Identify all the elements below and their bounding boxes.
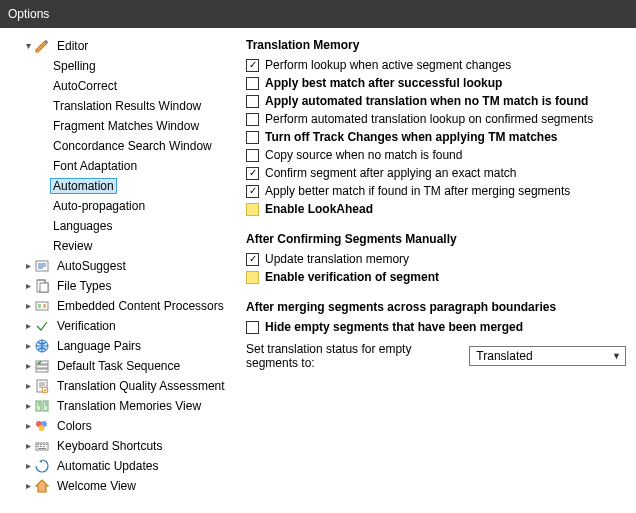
chevron-right-icon[interactable]: ▸ [22,301,34,311]
option-bestmatch[interactable]: Apply best match after successful lookup [246,76,626,90]
combo-value: Translated [476,349,532,363]
keyboard-icon [34,438,50,454]
svg-rect-7 [36,361,48,364]
option-lookup[interactable]: Perform lookup when active segment chang… [246,58,626,72]
home-icon [34,478,50,494]
tree-item-langpairs[interactable]: ▸Language Pairs [4,336,238,356]
tree-item-verify[interactable]: ▸Verification [4,316,238,336]
chevron-right-icon[interactable]: ▸ [22,321,34,331]
checkbox[interactable] [246,321,259,334]
tree-item-label: Embedded Content Processors [54,298,227,314]
option-lookahead[interactable]: Enable LookAhead [246,202,626,216]
chevron-right-icon[interactable]: ▸ [22,461,34,471]
tree-item-fmw[interactable]: ▸Fragment Matches Window [4,116,238,136]
settings-panel: Translation MemoryPerform lookup when ac… [238,28,636,513]
option-turnofftc[interactable]: Turn off Track Changes when applying TM … [246,130,626,144]
tree-item-fontadapt[interactable]: ▸Font Adaptation [4,156,238,176]
tree-item-review[interactable]: ▸Review [4,236,238,256]
option-copysource[interactable]: Copy source when no match is found [246,148,626,162]
option-hideempty[interactable]: Hide empty segments that have been merge… [246,320,626,334]
status-combobox[interactable]: Translated▼ [469,346,626,366]
tree-item-tmv[interactable]: ▸Translation Memories View [4,396,238,416]
window-title: Options [8,7,49,21]
chevron-right-icon[interactable]: ▸ [22,281,34,291]
svg-rect-22 [46,444,47,445]
tree-item-trw[interactable]: ▸Translation Results Window [4,96,238,116]
tree-item-autoprop[interactable]: ▸Auto-propagation [4,196,238,216]
updates-icon [34,458,50,474]
checkbox[interactable] [246,113,259,126]
tree-item-label: File Types [54,278,114,294]
option-label: Apply better match if found in TM after … [265,184,570,198]
section-title: After Confirming Segments Manually [246,232,626,246]
nav-tree[interactable]: ▾Editor▸Spelling▸AutoCorrect▸Translation… [0,28,238,513]
chevron-right-icon[interactable]: ▸ [22,381,34,391]
chevron-right-icon[interactable]: ▸ [22,401,34,411]
option-label: Confirm segment after applying an exact … [265,166,516,180]
tree-item-label: Auto-propagation [50,198,148,214]
tree-item-spelling[interactable]: ▸Spelling [4,56,238,76]
chevron-right-icon[interactable]: ▸ [22,481,34,491]
chevron-right-icon[interactable]: ▸ [22,421,34,431]
tree-item-editor[interactable]: ▾Editor [4,36,238,56]
checkbox[interactable] [246,253,259,266]
option-enableverif[interactable]: Enable verification of segment [246,270,626,284]
tree-item-kbshort[interactable]: ▸Keyboard Shortcuts [4,436,238,456]
checkbox[interactable] [246,167,259,180]
autosuggest-icon [34,258,50,274]
checkbox[interactable] [246,131,259,144]
svg-rect-20 [40,444,42,445]
tree-item-dts[interactable]: ▸Default Task Sequence [4,356,238,376]
tree-item-autocorrect[interactable]: ▸AutoCorrect [4,76,238,96]
tree-item-filetypes[interactable]: ▸File Types [4,276,238,296]
chevron-down-icon[interactable]: ▾ [22,41,34,51]
tree-item-languages[interactable]: ▸Languages [4,216,238,236]
pencil-icon [34,38,50,54]
tree-item-label: Default Task Sequence [54,358,183,374]
chevron-down-icon: ▼ [612,351,621,361]
svg-rect-23 [37,446,39,447]
tree-item-automation[interactable]: ▸Automation [4,176,238,196]
tree-item-label: Languages [50,218,115,234]
checkbox[interactable] [246,185,259,198]
tree-item-label: Editor [54,38,91,54]
tree-item-colors[interactable]: ▸Colors [4,416,238,436]
svg-rect-2 [40,283,48,292]
tree-item-label: Verification [54,318,119,334]
chevron-right-icon[interactable]: ▸ [22,361,34,371]
combo-label: Set translation status for empty segment… [246,342,463,370]
checkbox[interactable] [246,203,259,216]
verify-icon [34,318,50,334]
ecp-icon [34,298,50,314]
option-label: Apply automated translation when no TM m… [265,94,588,108]
option-updatetm[interactable]: Update translation memory [246,252,626,266]
svg-rect-19 [37,444,39,445]
checkbox[interactable] [246,149,259,162]
option-autolookup[interactable]: Perform automated translation lookup on … [246,112,626,126]
chevron-right-icon[interactable]: ▸ [22,341,34,351]
option-confirmexact[interactable]: Confirm segment after applying an exact … [246,166,626,180]
tree-item-welcome[interactable]: ▸Welcome View [4,476,238,496]
svg-rect-21 [43,444,45,445]
checkbox[interactable] [246,95,259,108]
section-title: Translation Memory [246,38,626,52]
tree-item-autoupd[interactable]: ▸Automatic Updates [4,456,238,476]
section-title: After merging segments across paragraph … [246,300,626,314]
tree-item-label: Translation Memories View [54,398,204,414]
checkbox[interactable] [246,271,259,284]
chevron-right-icon[interactable]: ▸ [22,441,34,451]
tree-item-label: Automatic Updates [54,458,161,474]
option-bettermatch[interactable]: Apply better match if found in TM after … [246,184,626,198]
tmv-icon [34,398,50,414]
tree-item-label: Welcome View [54,478,139,494]
checkbox[interactable] [246,77,259,90]
option-autotrans[interactable]: Apply automated translation when no TM m… [246,94,626,108]
tree-item-autosuggest[interactable]: ▸AutoSuggest [4,256,238,276]
svg-rect-9 [36,369,48,372]
tree-item-ecp[interactable]: ▸Embedded Content Processors [4,296,238,316]
tree-item-tqa[interactable]: ▸Translation Quality Assessment [4,376,238,396]
tqa-icon [34,378,50,394]
chevron-right-icon[interactable]: ▸ [22,261,34,271]
tree-item-csw[interactable]: ▸Concordance Search Window [4,136,238,156]
checkbox[interactable] [246,59,259,72]
